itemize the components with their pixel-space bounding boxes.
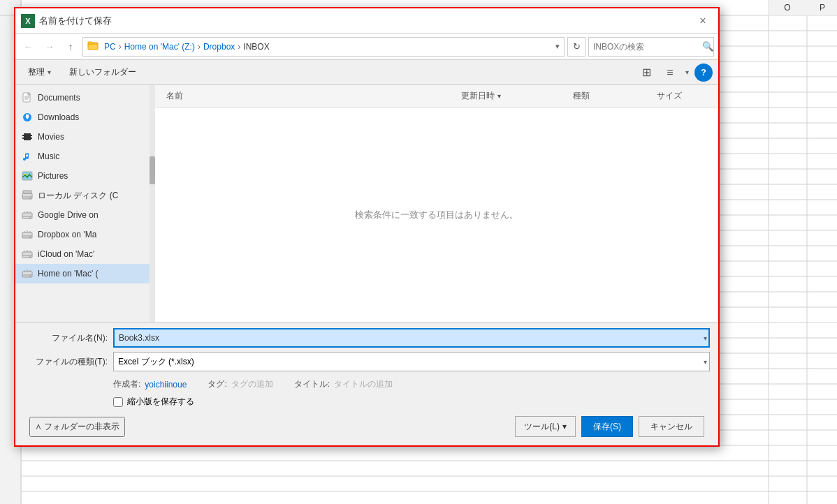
filename-label: ファイル名(N):	[24, 332, 108, 344]
sidebar-scrollbar	[150, 85, 155, 322]
icloud-icon	[21, 248, 34, 260]
refresh-button[interactable]: ↻	[567, 37, 585, 57]
back-button[interactable]: ←	[20, 38, 38, 56]
col-size[interactable]: サイズ	[657, 90, 713, 102]
col-type[interactable]: 種類	[573, 90, 657, 102]
view-toggle-button[interactable]: ⊞	[636, 64, 656, 82]
tools-button[interactable]: ツール(L) ▾	[515, 416, 576, 437]
sidebar-item-movies[interactable]: Movies	[15, 127, 154, 147]
svg-rect-55	[31, 139, 32, 140]
up-button[interactable]: ↑	[61, 38, 80, 56]
filetype-select[interactable]: Excel ブック (*.xlsx)	[113, 352, 710, 371]
dropbox-icon	[21, 228, 34, 241]
filename-dropdown-arrow[interactable]: ▾	[704, 334, 707, 342]
breadcrumb-home-mac[interactable]: Home on 'Mac' (Z:)	[124, 42, 195, 52]
filetype-label: ファイルの種類(T):	[24, 356, 108, 368]
title-label: タイトル:	[294, 378, 330, 390]
sidebar-item-dropbox[interactable]: Dropbox on 'Ma	[15, 225, 154, 244]
metadata-row: 作成者: yoichiinoue タグ: タグの追加 タイトル: タイトルの追加	[24, 376, 710, 393]
svg-rect-43	[88, 42, 92, 44]
google-drive-icon	[21, 209, 34, 221]
tags-label: タグ:	[208, 378, 226, 390]
tools-dropdown-arrow: ▾	[562, 422, 567, 431]
music-icon	[21, 150, 34, 163]
filename-row: ファイル名(N): ▾	[24, 328, 710, 348]
sidebar-item-music[interactable]: Music	[15, 147, 154, 166]
svg-point-84	[29, 276, 31, 277]
author-label: 作成者:	[113, 378, 140, 390]
breadcrumb-bar[interactable]: PC › Home on 'Mac' (Z:) › Dropbox › INBO…	[82, 37, 565, 57]
title-input[interactable]: タイトルの追加	[334, 378, 393, 390]
col-date[interactable]: 更新日時 ▾	[461, 90, 573, 102]
sidebar-movies-label: Movies	[38, 132, 64, 142]
sidebar-item-pictures[interactable]: Pictures	[15, 166, 154, 186]
svg-point-72	[29, 237, 31, 238]
sidebar-item-google-drive[interactable]: Google Drive on	[15, 205, 154, 225]
new-folder-button[interactable]: 新しいフォルダー	[62, 64, 143, 82]
svg-rect-63	[23, 191, 31, 193]
save-as-dialog: X 名前を付けて保存 × ← → ↑ PC › Home on 'Mac' (Z…	[14, 7, 720, 447]
col-name[interactable]: 名前	[161, 90, 461, 102]
svg-point-62	[29, 198, 31, 199]
sidebar-music-label: Music	[38, 151, 59, 161]
home-mac-icon	[21, 267, 34, 280]
save-button[interactable]: 保存(S)	[581, 416, 633, 437]
sidebar-dropbox-label: Dropbox on 'Ma	[38, 230, 96, 239]
local-disk-icon	[21, 189, 34, 202]
search-input[interactable]	[589, 42, 702, 52]
file-area: 名前 更新日時 ▾ 種類 サイズ 検索条件に一致する項目はありません。	[155, 85, 718, 322]
svg-text:O: O	[784, 3, 790, 13]
sidebar-local-disk-label: ローカル ディスク (C	[38, 190, 118, 202]
cancel-button[interactable]: キャンセル	[639, 416, 704, 437]
sidebar-list: Documents Downloads Movies	[15, 85, 155, 286]
filetype-row: ファイルの種類(T): Excel ブック (*.xlsx) ▾	[24, 352, 710, 371]
breadcrumb-dropbox[interactable]: Dropbox	[203, 42, 235, 52]
svg-rect-50	[26, 114, 29, 117]
svg-rect-57	[31, 136, 32, 138]
author-value[interactable]: yoichiinoue	[145, 380, 187, 390]
thumbnail-checkbox[interactable]	[113, 397, 123, 407]
view-list-button[interactable]: ≡	[660, 64, 680, 82]
search-box: 🔍	[588, 37, 714, 57]
svg-point-78	[29, 256, 31, 258]
folder-toggle-button[interactable]: ∧ フォルダーの非表示	[29, 417, 125, 437]
filetype-select-wrapper: Excel ブック (*.xlsx) ▾	[113, 352, 710, 371]
thumbnail-row: 縮小版を保存する	[24, 393, 710, 410]
excel-icon: X	[21, 14, 35, 28]
search-button[interactable]: 🔍	[702, 37, 714, 57]
empty-message: 検索条件に一致する項目はありません。	[355, 209, 518, 221]
organize-label: 整理	[28, 66, 45, 78]
filename-input[interactable]	[113, 328, 710, 348]
tags-item: タグ: タグの追加	[208, 378, 272, 390]
documents-icon	[21, 91, 34, 104]
breadcrumb-pc[interactable]: PC	[104, 42, 116, 52]
sidebar-item-icloud[interactable]: iCloud on 'Mac'	[15, 244, 154, 264]
close-button[interactable]: ×	[693, 11, 713, 31]
movies-icon	[21, 131, 34, 143]
sidebar-item-home-mac[interactable]: Home on 'Mac' (	[15, 264, 154, 283]
sidebar-downloads-label: Downloads	[38, 112, 79, 122]
breadcrumb-inbox: INBOX	[243, 42, 269, 52]
svg-rect-56	[22, 136, 24, 138]
sidebar-item-documents[interactable]: Documents	[15, 88, 154, 108]
dialog-title: 名前を付けて保存	[39, 15, 693, 27]
view-dropdown-arrow[interactable]: ▾	[685, 68, 689, 76]
sidebar-pictures-label: Pictures	[38, 171, 68, 181]
button-row: ∧ フォルダーの非表示 ツール(L) ▾ 保存(S) キャンセル	[24, 410, 710, 440]
sidebar-documents-label: Documents	[38, 93, 80, 103]
pictures-icon	[21, 170, 34, 182]
forward-button[interactable]: →	[41, 38, 59, 56]
organize-dropdown-arrow: ▾	[48, 68, 51, 76]
sidebar-item-downloads[interactable]: Downloads	[15, 108, 154, 127]
help-button[interactable]: ?	[694, 64, 713, 82]
tags-input[interactable]: タグの追加	[231, 378, 273, 390]
svg-rect-54	[22, 139, 24, 140]
breadcrumb-dropdown-arrow[interactable]: ▾	[555, 42, 560, 51]
sidebar-item-local-disk[interactable]: ローカル ディスク (C	[15, 186, 154, 205]
sidebar-home-mac-label: Home on 'Mac' (	[38, 269, 99, 279]
svg-rect-51	[22, 133, 32, 140]
downloads-icon	[21, 111, 34, 124]
svg-point-66	[29, 217, 31, 218]
organize-button[interactable]: 整理 ▾	[21, 64, 58, 82]
svg-rect-36	[807, 0, 837, 15]
